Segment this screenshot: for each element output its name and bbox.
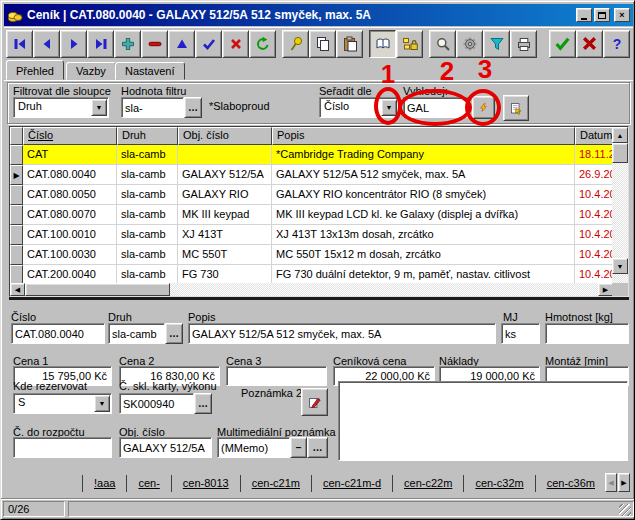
cell-cislo: CAT.100.0010 (23, 225, 117, 245)
cell-datum: 10.4.20 (575, 185, 613, 205)
link-separator (392, 475, 393, 492)
horizontal-scrollbar[interactable]: ◀ ▶ (10, 283, 613, 296)
cell-popis: MC 550T 15x12 m dosah, zrcátko (272, 245, 575, 265)
post-edit-button[interactable] (195, 30, 222, 58)
ok-button[interactable] (549, 30, 576, 58)
search-button[interactable] (429, 30, 456, 58)
prior-record-button[interactable] (33, 30, 60, 58)
poznamka2-memo[interactable] (338, 381, 628, 461)
kde-dropdown-button[interactable]: ▼ (94, 395, 110, 412)
print-button[interactable] (510, 30, 537, 58)
filter-note-label: *Slaboproud (209, 100, 270, 112)
filter-value-input[interactable] (121, 97, 184, 118)
paste-button[interactable] (336, 30, 363, 58)
first-record-icon (12, 36, 28, 52)
vertical-scrollbar[interactable]: ▲ ▼ (612, 127, 628, 283)
cancel-button[interactable] (576, 30, 603, 58)
last-record-button[interactable] (87, 30, 114, 58)
sheet-link[interactable]: cen-8013 (183, 477, 229, 489)
link-separator (82, 475, 83, 492)
filter-value-ellipsis-button[interactable]: … (184, 97, 202, 118)
cancel-edit-button[interactable] (222, 30, 249, 58)
links-scroll-right-button[interactable]: ▶ (618, 473, 630, 492)
header-obj-cislo[interactable]: Obj. číslo (178, 127, 272, 145)
close-button[interactable]: × (614, 8, 630, 22)
field-objcislo-input[interactable] (119, 437, 212, 458)
kde-rezervovat-combobox[interactable]: S ▼ (13, 393, 112, 414)
svg-text:?: ? (612, 36, 621, 52)
filter-column-combobox[interactable]: Druh ▼ (13, 97, 109, 118)
tab-label: Vazby (76, 65, 106, 77)
horizontal-scroll-thumb[interactable] (25, 283, 170, 296)
field-cislo-input[interactable] (11, 323, 105, 344)
cell-popis: *Cambridge Trading Company (272, 145, 575, 165)
field-cena3-input[interactable] (226, 366, 327, 386)
mm-minus-button[interactable]: – (290, 437, 307, 458)
filter-column-dropdown-button[interactable]: ▼ (91, 99, 107, 116)
report-button[interactable] (503, 95, 529, 121)
tabpage-edge (4, 80, 633, 81)
header-datum[interactable]: Datum (575, 127, 613, 145)
table-row[interactable]: CAT.100.0030 sla-camb MC 550T MC 550T 15… (10, 245, 613, 265)
sheet-link[interactable]: cen-c36m (547, 477, 595, 489)
pin-button[interactable] (282, 30, 309, 58)
first-record-button[interactable] (6, 30, 33, 58)
header-druh[interactable]: Druh (117, 127, 178, 145)
resize-grip[interactable] (619, 504, 631, 516)
table-row[interactable]: CAT sla-camb *Cambridge Trading Company … (10, 145, 613, 165)
sheet-link[interactable]: cen-c21m-d (323, 477, 381, 489)
header-cislo[interactable]: Číslo (23, 127, 117, 145)
title-bar[interactable]: Ceník | CAT.080.0040 - GALAXY 512/5A 512… (4, 4, 633, 26)
book-toggle-button[interactable] (369, 30, 396, 58)
copy-button[interactable] (309, 30, 336, 58)
sheet-link[interactable]: cen-c21m (252, 477, 300, 489)
druh-ellipsis-button[interactable]: … (165, 323, 183, 344)
scroll-down-button[interactable]: ▼ (612, 258, 628, 274)
scroll-right-button[interactable]: ▶ (598, 283, 613, 296)
tab-vazby[interactable]: Vazby (66, 62, 116, 80)
arrow-left-icon: ◀ (15, 286, 20, 293)
scroll-up-button[interactable]: ▲ (612, 127, 628, 143)
table-row-current[interactable]: ▶ CAT.080.0040 sla-camb GALAXY 512/5A GA… (10, 165, 613, 185)
help-button[interactable]: ? (603, 30, 630, 58)
field-popis-input[interactable] (188, 323, 496, 344)
tab-nastaveni[interactable]: Nastavení (115, 62, 185, 80)
field-hmotnost-input[interactable] (545, 323, 629, 344)
table-row[interactable]: CAT.080.0070 sla-camb MK III keypad MK I… (10, 205, 613, 225)
field-crozpoctu-input[interactable] (13, 437, 112, 458)
edit-record-button[interactable] (168, 30, 195, 58)
header-popis[interactable]: Popis (272, 127, 575, 145)
refresh-button[interactable] (249, 30, 276, 58)
next-record-button[interactable] (60, 30, 87, 58)
sheet-link[interactable]: cen-c22m (404, 477, 452, 489)
edit-record-icon (174, 36, 190, 52)
minimize-button[interactable] (576, 8, 592, 22)
scroll-left-button[interactable]: ◀ (10, 283, 25, 296)
cskl-ellipsis-button[interactable]: … (194, 393, 212, 414)
maximize-button[interactable] (594, 8, 610, 22)
sheet-link[interactable]: cen-c32m (475, 477, 523, 489)
chevron-down-icon: ▼ (99, 400, 106, 407)
sheet-link[interactable]: cen- (138, 477, 159, 489)
field-mm-input[interactable] (217, 437, 290, 458)
field-cskl-input[interactable] (119, 393, 194, 414)
tab-prehled[interactable]: Přehled (6, 60, 64, 80)
delete-record-button[interactable] (141, 30, 168, 58)
links-scroll-left-button[interactable]: ◀ (605, 473, 617, 492)
sheet-link[interactable]: !aaa (94, 477, 115, 489)
insert-record-button[interactable] (114, 30, 141, 58)
table-row[interactable]: CAT.200.0040 sla-camb FG 730 FG 730 duál… (10, 265, 613, 285)
field-cislo-label: Číslo (11, 311, 36, 323)
poznamka2-edit-button[interactable] (301, 388, 328, 416)
pricelist-grid[interactable]: Číslo Druh Obj. číslo Popis Datum CAT sl… (9, 126, 629, 297)
lock-hierarchy-button[interactable] (396, 30, 423, 58)
table-row[interactable]: CAT.080.0050 sla-camb GALAXY RIO GALAXY … (10, 185, 613, 205)
field-mj-input[interactable] (501, 323, 540, 344)
table-row[interactable]: CAT.100.0010 sla-camb XJ 413T XJ 413T 13… (10, 225, 613, 245)
mm-ellipsis-button[interactable]: … (307, 437, 328, 458)
field-druh-input[interactable] (108, 323, 165, 344)
tab-label: Nastavení (125, 65, 175, 77)
toolbar: ? (4, 27, 633, 59)
link-separator (171, 475, 172, 492)
vertical-scroll-thumb[interactable] (612, 143, 628, 163)
